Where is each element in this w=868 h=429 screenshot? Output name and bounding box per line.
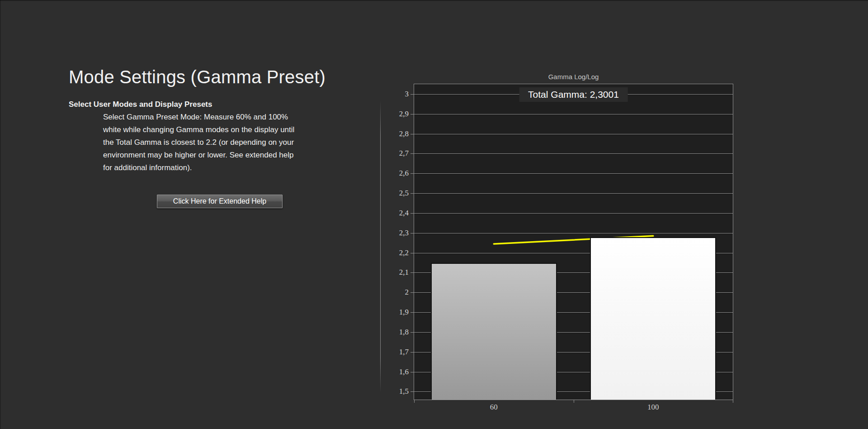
y-axis-label: 1,8 [382, 328, 409, 337]
y-axis-label: 2,1 [382, 268, 409, 277]
y-axis-label: 2,9 [382, 110, 409, 119]
y-axis-tick [410, 372, 414, 372]
page-title: Mode Settings (Gamma Preset) [69, 67, 326, 87]
panel-divider [380, 100, 381, 393]
x-axis-tick [414, 400, 415, 403]
y-axis-tick [410, 391, 414, 392]
y-axis-label: 1,6 [382, 367, 409, 377]
y-axis-tick [410, 233, 414, 234]
y-axis-tick [410, 253, 414, 253]
extended-help-button[interactable]: Click Here for Extended Help [157, 195, 283, 208]
y-axis-tick [410, 213, 414, 214]
y-axis-label: 2 [382, 288, 409, 297]
y-axis-label: 2,8 [382, 129, 409, 138]
app-window: Mode Settings (Gamma Preset) Select User… [0, 0, 868, 429]
y-axis-label: 1,7 [382, 348, 409, 357]
y-axis-label: 2,5 [382, 189, 409, 198]
y-axis-tick [410, 272, 414, 273]
y-axis-tick [410, 94, 414, 95]
y-axis-label: 2,6 [382, 169, 409, 178]
bar-60 [431, 263, 557, 400]
y-axis-tick [410, 153, 414, 154]
y-axis-label: 2,4 [382, 209, 409, 218]
y-axis-label: 2,2 [382, 248, 409, 257]
chart-title: Gamma Log/Log [414, 73, 733, 81]
instructions-text: Select Gamma Preset Mode: Measure 60% an… [103, 111, 304, 174]
y-axis-label: 1,5 [382, 387, 409, 396]
y-axis-label: 1,9 [382, 308, 409, 317]
y-axis-tick [410, 134, 414, 134]
section-heading: Select User Modes and Display Presets [69, 100, 212, 109]
y-axis-label: 2,7 [382, 149, 409, 158]
x-axis-tick [733, 400, 733, 403]
y-axis-label: 3 [382, 90, 409, 99]
y-axis-tick [410, 352, 414, 353]
total-gamma-readout: Total Gamma: 2,3001 [519, 87, 628, 102]
y-axis-tick [410, 312, 414, 313]
chart-plot-area: 60100 32,92,82,72,62,52,42,32,22,121,91,… [414, 84, 733, 400]
x-axis-tick [574, 400, 574, 403]
x-axis: 60100 [414, 400, 733, 418]
y-axis-tick [410, 114, 414, 114]
x-axis-label: 60 [490, 403, 498, 412]
y-axis-tick [410, 193, 414, 194]
y-axis-tick [410, 173, 414, 174]
y-axis-tick [410, 292, 414, 293]
x-axis-label: 100 [647, 403, 659, 412]
bar-100 [590, 237, 716, 400]
y-axis-tick [410, 332, 414, 333]
y-axis-label: 2,3 [382, 229, 409, 238]
